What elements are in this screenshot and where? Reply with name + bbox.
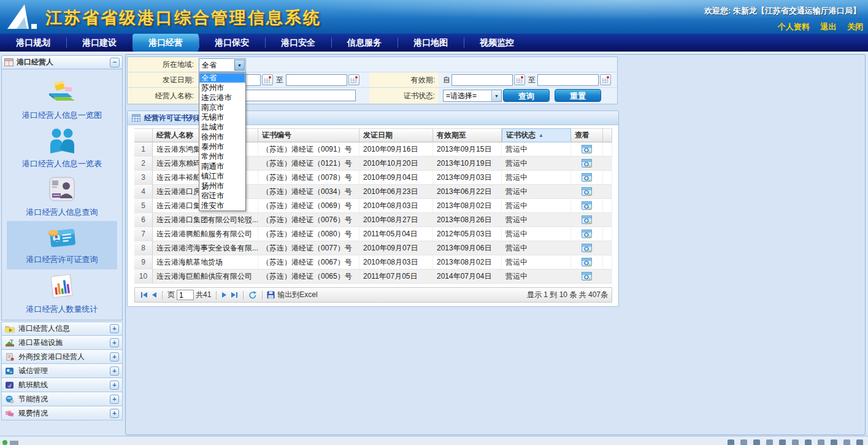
region-option[interactable]: 连云港市 <box>199 93 245 103</box>
expand-button[interactable]: + <box>110 338 119 347</box>
calendar-icon[interactable] <box>262 74 273 85</box>
view-button[interactable] <box>571 171 603 185</box>
column-header-3[interactable]: 发证日期 <box>359 128 433 142</box>
column-header-label: 发证日期 <box>363 130 393 141</box>
nav-tab-5[interactable]: 港口安全 <box>265 34 331 52</box>
sidebar-item-1[interactable]: 港口经营人信息一览图 <box>7 75 117 124</box>
region-option[interactable]: 徐州市 <box>199 132 245 142</box>
sidebar-section-3[interactable]: 外商投资港口经营人+ <box>1 350 123 364</box>
expand-button[interactable]: + <box>110 409 119 418</box>
nav-tab-4[interactable]: 港口保安 <box>199 34 265 52</box>
sidebar-item-5[interactable]: 港口经营人数量统计 <box>7 269 117 318</box>
cell-issue-date: 2010年09月04日 <box>359 171 433 185</box>
reset-button[interactable]: 重置 <box>555 89 601 102</box>
cell-cert-number: （苏连）港经证（0067）号 <box>258 255 359 269</box>
cell-filler <box>603 171 612 185</box>
collapse-button[interactable]: − <box>110 58 120 68</box>
region-option[interactable]: 泰州市 <box>199 142 245 152</box>
column-header-2[interactable]: 证书编号 <box>258 128 359 142</box>
column-header-4[interactable]: 有效期至 <box>433 128 502 142</box>
issue-date-to-input[interactable] <box>286 74 347 86</box>
cell-valid-until: 2013年10月19日 <box>433 157 502 171</box>
view-button[interactable] <box>571 269 603 284</box>
export-excel-button[interactable]: 输出到Excel <box>267 290 317 300</box>
view-button[interactable] <box>571 241 603 255</box>
sidebar-section-1[interactable]: 港口经营人信息+ <box>1 322 123 336</box>
region-option[interactable]: 盐城市 <box>199 122 245 132</box>
nav-tab-8[interactable]: 视频监控 <box>464 34 530 52</box>
region-select[interactable]: 全省 ▼ <box>199 58 246 72</box>
expand-button[interactable]: + <box>110 352 119 362</box>
calendar-icon[interactable] <box>514 74 525 85</box>
sidebar-section-5[interactable]: 航班航线+ <box>1 378 123 392</box>
region-option[interactable]: 常州市 <box>199 152 245 161</box>
region-option[interactable]: 全省 <box>199 73 245 83</box>
view-button[interactable] <box>571 227 603 241</box>
sidebar-section-6[interactable]: 节能情况+ <box>1 392 123 406</box>
cell-status: 营运中 <box>502 269 571 284</box>
next-page-icon[interactable] <box>221 292 227 298</box>
column-header-5[interactable]: 证书状态▲ <box>502 128 571 142</box>
valid-from-input[interactable] <box>451 74 513 86</box>
close-link[interactable]: 关闭 <box>847 22 863 31</box>
sidebar-panel-header[interactable]: 港口经营人 − <box>1 55 123 69</box>
sidebar-section-2[interactable]: 港口基础设施+ <box>1 336 123 350</box>
export-label: 输出到Excel <box>277 290 317 300</box>
status-select[interactable]: =请选择= ▼ <box>443 90 502 102</box>
region-option[interactable]: 镇江市 <box>199 171 245 181</box>
nav-tab-2[interactable]: 港口建设 <box>66 34 133 52</box>
region-option[interactable]: 淮安市 <box>199 201 245 211</box>
sidebar-item-4[interactable]: 港口经营许可证查询 <box>7 221 117 269</box>
panel-window-icon <box>4 58 13 66</box>
column-header-label: 有效期至 <box>437 130 466 141</box>
column-header-label: 证书状态 <box>506 130 536 141</box>
view-button[interactable] <box>571 199 603 213</box>
validity-label: 有效期: <box>369 72 439 87</box>
profile-link[interactable]: 个人资料 <box>778 22 810 31</box>
expand-button[interactable]: + <box>110 381 119 390</box>
app-header: 江苏省省级港口综合管理信息系统 欢迎您: 朱新龙【江苏省交通运输厅港口局】 个人… <box>0 0 868 34</box>
expand-button[interactable]: + <box>110 395 119 404</box>
sidebar-item-2[interactable]: 港口经营人信息一览表 <box>7 124 117 172</box>
expand-button[interactable]: + <box>110 366 119 376</box>
chevron-down-icon: ▼ <box>234 60 245 71</box>
calendar-icon[interactable] <box>348 74 359 85</box>
view-button[interactable] <box>571 142 603 157</box>
sidebar-item-3[interactable]: 港口经营人信息查询 <box>7 172 117 221</box>
taskbar-icons <box>728 439 863 445</box>
logout-link[interactable]: 退出 <box>820 22 836 31</box>
region-option[interactable]: 苏州市 <box>199 83 245 93</box>
region-option[interactable]: 南京市 <box>199 103 245 112</box>
region-option[interactable]: 宿迁市 <box>199 191 245 201</box>
column-header-6[interactable]: 查看 <box>571 128 603 142</box>
expand-button[interactable]: + <box>110 324 119 333</box>
region-option[interactable]: 扬州市 <box>199 181 245 191</box>
view-button[interactable] <box>571 185 603 199</box>
view-button[interactable] <box>571 213 603 227</box>
first-page-icon[interactable] <box>140 292 148 298</box>
nav-tab-7[interactable]: 港口地图 <box>398 34 464 52</box>
status-text-fragment <box>10 441 18 445</box>
last-page-icon[interactable] <box>231 292 238 298</box>
nav-tab-1[interactable]: 港口规划 <box>0 34 66 52</box>
prev-page-icon[interactable] <box>152 292 157 298</box>
app-title: 江苏省省级港口综合管理信息系统 <box>45 7 321 29</box>
view-button[interactable] <box>571 157 603 171</box>
calendar-icon[interactable] <box>600 74 611 85</box>
sidebar-section-7[interactable]: 规费情况+ <box>1 406 123 420</box>
view-button[interactable] <box>571 255 603 269</box>
nav-tab-6[interactable]: 信息服务 <box>331 34 398 52</box>
cell-valid-until: 2013年08月02日 <box>433 255 502 269</box>
page-input[interactable] <box>177 290 194 300</box>
valid-to-input[interactable] <box>537 74 599 86</box>
cell-cert-number: （苏连）港经证（0076）号 <box>258 213 359 227</box>
search-button[interactable]: 查询 <box>503 89 550 102</box>
sidebar-section-4[interactable]: 诚信管理+ <box>1 364 123 378</box>
region-option[interactable]: 南通市 <box>199 161 245 171</box>
nav-tab-3[interactable]: 港口经营 <box>133 34 199 52</box>
column-header-label: 查看 <box>575 130 590 141</box>
region-option[interactable]: 无锡市 <box>199 112 245 122</box>
nav-tabs: 港口规划港口建设港口经营港口保安港口安全信息服务港口地图视频监控 <box>0 34 868 53</box>
refresh-icon[interactable] <box>248 291 257 299</box>
cell-filler <box>603 199 612 213</box>
